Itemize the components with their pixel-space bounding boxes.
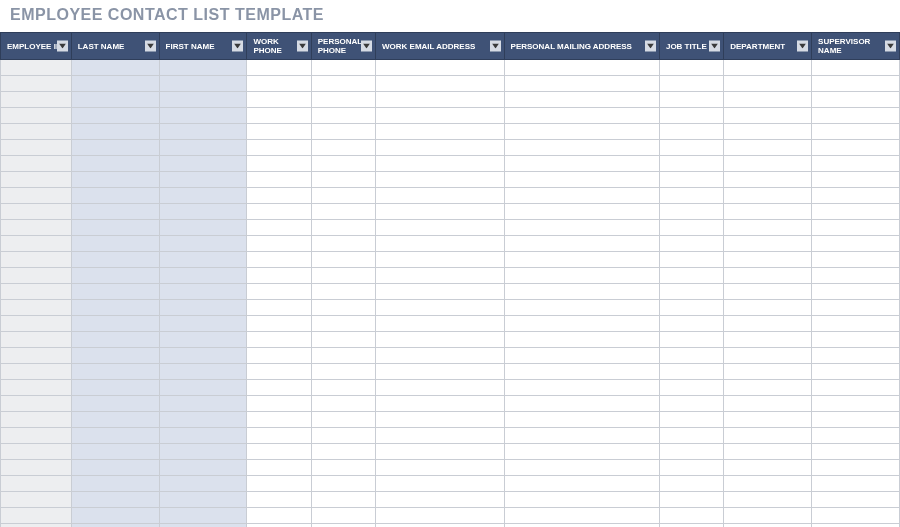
cell-employee_id[interactable] xyxy=(1,108,72,124)
cell-job_title[interactable] xyxy=(659,172,723,188)
cell-supervisor[interactable] xyxy=(812,156,900,172)
cell-work_email[interactable] xyxy=(376,172,505,188)
cell-job_title[interactable] xyxy=(659,460,723,476)
cell-personal_phone[interactable] xyxy=(311,492,375,508)
cell-work_phone[interactable] xyxy=(247,300,311,316)
cell-employee_id[interactable] xyxy=(1,300,72,316)
cell-employee_id[interactable] xyxy=(1,492,72,508)
cell-personal_phone[interactable] xyxy=(311,412,375,428)
cell-job_title[interactable] xyxy=(659,140,723,156)
cell-employee_id[interactable] xyxy=(1,156,72,172)
cell-personal_phone[interactable] xyxy=(311,444,375,460)
cell-first_name[interactable] xyxy=(159,476,247,492)
cell-employee_id[interactable] xyxy=(1,348,72,364)
cell-supervisor[interactable] xyxy=(812,412,900,428)
cell-work_phone[interactable] xyxy=(247,124,311,140)
cell-last_name[interactable] xyxy=(71,492,159,508)
cell-department[interactable] xyxy=(724,124,812,140)
cell-supervisor[interactable] xyxy=(812,332,900,348)
cell-work_email[interactable] xyxy=(376,412,505,428)
cell-personal_phone[interactable] xyxy=(311,348,375,364)
cell-personal_phone[interactable] xyxy=(311,204,375,220)
cell-work_email[interactable] xyxy=(376,124,505,140)
cell-supervisor[interactable] xyxy=(812,76,900,92)
cell-employee_id[interactable] xyxy=(1,172,72,188)
cell-first_name[interactable] xyxy=(159,492,247,508)
cell-employee_id[interactable] xyxy=(1,508,72,524)
cell-employee_id[interactable] xyxy=(1,460,72,476)
cell-work_phone[interactable] xyxy=(247,172,311,188)
cell-personal_phone[interactable] xyxy=(311,364,375,380)
cell-job_title[interactable] xyxy=(659,428,723,444)
cell-supervisor[interactable] xyxy=(812,284,900,300)
cell-supervisor[interactable] xyxy=(812,524,900,528)
cell-department[interactable] xyxy=(724,492,812,508)
cell-work_phone[interactable] xyxy=(247,444,311,460)
cell-last_name[interactable] xyxy=(71,316,159,332)
cell-work_email[interactable] xyxy=(376,156,505,172)
cell-employee_id[interactable] xyxy=(1,412,72,428)
cell-work_phone[interactable] xyxy=(247,476,311,492)
cell-personal_mailing[interactable] xyxy=(504,348,659,364)
cell-supervisor[interactable] xyxy=(812,460,900,476)
cell-job_title[interactable] xyxy=(659,508,723,524)
column-header-last_name[interactable]: LAST NAME xyxy=(71,33,159,60)
cell-personal_mailing[interactable] xyxy=(504,300,659,316)
cell-job_title[interactable] xyxy=(659,92,723,108)
column-header-personal_phone[interactable]: PERSONAL PHONE xyxy=(311,33,375,60)
cell-job_title[interactable] xyxy=(659,60,723,76)
cell-work_phone[interactable] xyxy=(247,492,311,508)
cell-personal_mailing[interactable] xyxy=(504,316,659,332)
cell-employee_id[interactable] xyxy=(1,204,72,220)
cell-employee_id[interactable] xyxy=(1,92,72,108)
cell-first_name[interactable] xyxy=(159,396,247,412)
cell-supervisor[interactable] xyxy=(812,172,900,188)
cell-first_name[interactable] xyxy=(159,108,247,124)
cell-department[interactable] xyxy=(724,460,812,476)
cell-work_email[interactable] xyxy=(376,460,505,476)
cell-supervisor[interactable] xyxy=(812,380,900,396)
cell-first_name[interactable] xyxy=(159,92,247,108)
cell-last_name[interactable] xyxy=(71,332,159,348)
cell-work_phone[interactable] xyxy=(247,60,311,76)
cell-supervisor[interactable] xyxy=(812,188,900,204)
cell-supervisor[interactable] xyxy=(812,492,900,508)
cell-work_phone[interactable] xyxy=(247,220,311,236)
cell-job_title[interactable] xyxy=(659,348,723,364)
cell-department[interactable] xyxy=(724,204,812,220)
cell-last_name[interactable] xyxy=(71,60,159,76)
cell-employee_id[interactable] xyxy=(1,76,72,92)
filter-dropdown-icon[interactable] xyxy=(709,41,720,52)
cell-first_name[interactable] xyxy=(159,316,247,332)
cell-work_phone[interactable] xyxy=(247,508,311,524)
cell-personal_mailing[interactable] xyxy=(504,60,659,76)
cell-department[interactable] xyxy=(724,300,812,316)
cell-last_name[interactable] xyxy=(71,188,159,204)
column-header-job_title[interactable]: JOB TITLE xyxy=(659,33,723,60)
cell-last_name[interactable] xyxy=(71,140,159,156)
cell-department[interactable] xyxy=(724,172,812,188)
cell-work_phone[interactable] xyxy=(247,284,311,300)
cell-last_name[interactable] xyxy=(71,108,159,124)
cell-personal_phone[interactable] xyxy=(311,300,375,316)
cell-personal_phone[interactable] xyxy=(311,220,375,236)
cell-supervisor[interactable] xyxy=(812,300,900,316)
cell-employee_id[interactable] xyxy=(1,268,72,284)
cell-job_title[interactable] xyxy=(659,412,723,428)
cell-job_title[interactable] xyxy=(659,396,723,412)
cell-work_email[interactable] xyxy=(376,220,505,236)
cell-personal_mailing[interactable] xyxy=(504,108,659,124)
cell-job_title[interactable] xyxy=(659,252,723,268)
cell-personal_mailing[interactable] xyxy=(504,428,659,444)
cell-personal_phone[interactable] xyxy=(311,332,375,348)
cell-work_email[interactable] xyxy=(376,300,505,316)
cell-department[interactable] xyxy=(724,156,812,172)
cell-first_name[interactable] xyxy=(159,508,247,524)
cell-personal_mailing[interactable] xyxy=(504,332,659,348)
filter-dropdown-icon[interactable] xyxy=(490,41,501,52)
cell-department[interactable] xyxy=(724,508,812,524)
cell-work_email[interactable] xyxy=(376,380,505,396)
cell-first_name[interactable] xyxy=(159,140,247,156)
cell-supervisor[interactable] xyxy=(812,236,900,252)
column-header-personal_mailing[interactable]: PERSONAL MAILING ADDRESS xyxy=(504,33,659,60)
